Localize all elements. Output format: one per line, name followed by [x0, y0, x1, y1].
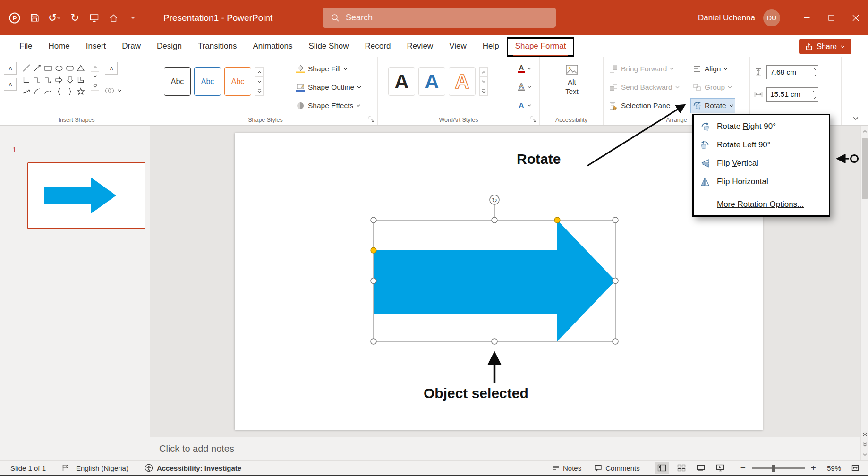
scroll-up-button[interactable] — [861, 127, 868, 136]
draw-text-box-button[interactable]: A — [105, 62, 118, 75]
collapse-ribbon-button[interactable] — [853, 117, 859, 120]
right-angle-icon[interactable] — [21, 74, 32, 85]
slide-thumbnail[interactable] — [27, 162, 145, 229]
shape-style-tile-1[interactable]: Abc — [164, 67, 191, 96]
save-icon[interactable] — [29, 12, 40, 24]
spin-up-button[interactable] — [810, 88, 818, 94]
vertical-text-box-button[interactable]: A — [4, 78, 17, 91]
undo-button[interactable]: ↺ — [48, 12, 61, 24]
menu-item-more-rotation-options[interactable]: More Rotation Options... — [694, 195, 829, 213]
selection-pane-button[interactable]: Selection Pane — [607, 99, 672, 113]
shape-height-input[interactable]: 7.68 cm — [766, 65, 810, 79]
selection-handle[interactable] — [613, 217, 618, 223]
block-arrow-right-icon[interactable] — [53, 74, 64, 85]
redo-button[interactable]: ↻ — [69, 12, 80, 24]
group-objects-button[interactable]: Group — [691, 80, 733, 94]
tab-help[interactable]: Help — [475, 35, 507, 57]
shape-style-tile-3[interactable]: Abc — [224, 67, 251, 96]
scribble-icon[interactable] — [21, 85, 32, 97]
gallery-more-button[interactable] — [480, 86, 487, 95]
line-arrow-icon[interactable] — [32, 62, 43, 74]
rotate-button[interactable]: Rotate — [691, 99, 735, 113]
search-input[interactable]: Search — [323, 8, 556, 28]
rounded-rectangle-icon[interactable] — [64, 62, 75, 74]
selection-handle[interactable] — [492, 217, 497, 223]
selection-handle[interactable] — [371, 339, 376, 344]
avatar[interactable]: DU — [763, 9, 780, 26]
reading-view-button[interactable] — [694, 462, 707, 474]
gallery-up-button[interactable] — [91, 62, 99, 72]
shape-style-tile-2[interactable]: Abc — [194, 67, 221, 96]
previous-slide-button[interactable] — [861, 429, 868, 439]
selection-handle[interactable] — [613, 278, 618, 284]
notes-pane[interactable]: Click to add notes — [150, 437, 860, 460]
text-effects-button[interactable]: A — [517, 99, 531, 112]
merge-shapes-button[interactable] — [103, 84, 123, 98]
tab-transitions[interactable]: Transitions — [190, 35, 245, 57]
star-icon[interactable] — [75, 85, 86, 97]
normal-view-button[interactable] — [655, 462, 669, 474]
wordart-tile-1[interactable]: A — [388, 67, 415, 96]
tab-animations[interactable]: Animations — [245, 35, 300, 57]
proofing-button[interactable] — [62, 464, 68, 472]
tab-view[interactable]: View — [441, 35, 475, 57]
elbow-arrow-connector-icon[interactable] — [43, 74, 53, 85]
menu-item-rotate-left-90[interactable]: Rotate Left 90° — [694, 136, 829, 154]
share-button[interactable]: Share — [799, 39, 851, 54]
elbow-connector-icon[interactable] — [32, 74, 43, 85]
l-shape-icon[interactable] — [75, 74, 86, 85]
vertical-scrollbar[interactable] — [860, 126, 868, 460]
slide-indicator[interactable]: Slide 1 of 1 — [10, 464, 46, 472]
shape-outline-button[interactable]: Shape Outline — [294, 80, 363, 94]
slideshow-from-beginning-icon[interactable] — [88, 12, 100, 24]
gallery-down-button[interactable] — [91, 72, 99, 81]
slideshow-view-button[interactable] — [714, 462, 727, 474]
tab-record[interactable]: Record — [357, 35, 399, 57]
gallery-more-button[interactable] — [255, 86, 263, 95]
text-box-button[interactable]: A — [4, 62, 17, 75]
shape-width-input[interactable]: 15.51 cm — [766, 87, 810, 102]
zoom-slider-thumb[interactable] — [772, 465, 775, 472]
tab-insert[interactable]: Insert — [78, 35, 114, 57]
rectangle-icon[interactable] — [43, 62, 53, 74]
text-fill-button[interactable]: A — [517, 62, 531, 75]
zoom-level[interactable]: 59% — [827, 464, 841, 472]
home-icon[interactable] — [108, 12, 119, 24]
zoom-slider[interactable] — [752, 468, 805, 469]
scroll-down-button[interactable] — [861, 450, 868, 459]
customize-quick-access-toolbar-button[interactable] — [127, 12, 138, 24]
align-button[interactable]: Align — [691, 62, 729, 76]
alt-text-button[interactable]: Alt Text — [557, 61, 587, 113]
gallery-more-button[interactable] — [91, 81, 99, 90]
arc-icon[interactable] — [32, 85, 43, 97]
slide-sorter-view-button[interactable] — [675, 462, 688, 474]
text-outline-button[interactable]: A — [517, 80, 531, 94]
adjust-handle[interactable] — [371, 247, 376, 253]
maximize-button[interactable] — [819, 0, 843, 35]
spin-down-button[interactable] — [810, 72, 818, 79]
adjust-handle[interactable] — [554, 217, 560, 223]
tab-shape-format[interactable]: Shape Format — [507, 35, 574, 57]
tab-slide-show[interactable]: Slide Show — [301, 35, 357, 57]
accessibility-checker-button[interactable]: Accessibility: Investigate — [145, 464, 241, 472]
bring-forward-button[interactable]: Bring Forward — [607, 62, 675, 76]
selection-handle[interactable] — [371, 217, 376, 223]
menu-item-flip-vertical[interactable]: Flip Vertical — [694, 154, 829, 172]
fit-slide-button[interactable] — [851, 464, 859, 472]
selection-handle[interactable] — [492, 339, 497, 344]
wordart-tile-2[interactable]: A — [418, 67, 445, 96]
brace-right-icon[interactable] — [64, 85, 75, 97]
tab-draw[interactable]: Draw — [114, 35, 149, 57]
zoom-in-button[interactable]: + — [811, 463, 816, 473]
shape-effects-button[interactable]: Shape Effects — [294, 99, 362, 113]
block-arrow-down-icon[interactable] — [64, 74, 75, 85]
arrow-shape[interactable] — [374, 220, 615, 341]
gallery-down-button[interactable] — [255, 77, 263, 86]
scrollbar-thumb[interactable] — [862, 138, 868, 199]
language-button[interactable]: English (Nigeria) — [76, 464, 128, 472]
wordart-tile-3[interactable]: A — [449, 67, 476, 96]
gallery-down-button[interactable] — [480, 77, 487, 86]
close-button[interactable] — [843, 0, 868, 35]
spin-up-button[interactable] — [810, 66, 818, 72]
triangle-icon[interactable] — [75, 62, 86, 74]
